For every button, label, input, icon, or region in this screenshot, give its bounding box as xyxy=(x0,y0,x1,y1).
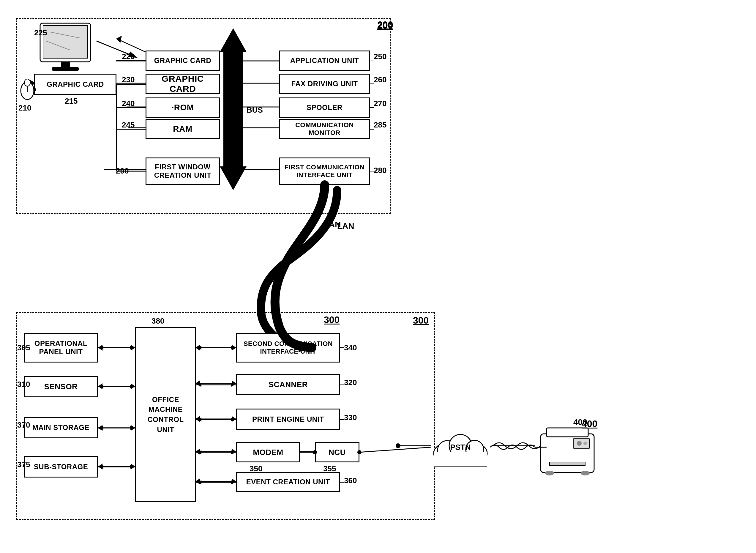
label-200-2: 200 xyxy=(377,20,393,31)
box-cpu: GRAPHIC CARD xyxy=(146,74,220,94)
label-245: 245 xyxy=(122,121,135,130)
box-fax-driving: FAX DRIVING UNIT xyxy=(279,74,370,94)
box-first-window: FIRST WINDOWCREATION UNIT xyxy=(146,157,220,185)
label-370: 370 xyxy=(17,420,30,430)
label-225: 225 xyxy=(34,28,47,37)
label-310: 310 xyxy=(17,380,30,389)
box-spooler: SPOOLER xyxy=(279,97,370,118)
label-340: 340 xyxy=(344,343,357,352)
box-main-storage: MAIN STORAGE xyxy=(24,417,98,438)
svg-rect-81 xyxy=(550,462,585,466)
mouse xyxy=(18,77,36,101)
label-220: 220 xyxy=(122,52,135,61)
svg-rect-68 xyxy=(61,62,70,68)
svg-point-83 xyxy=(577,441,582,446)
label-400-2: 400 xyxy=(582,418,597,429)
box-office-machine: OFFICEMACHINECONTROLUNIT xyxy=(135,327,196,502)
label-230: 230 xyxy=(122,75,135,84)
box-rom: ·ROM xyxy=(146,97,220,118)
label-300-2: 300 xyxy=(413,315,429,326)
label-285: 285 xyxy=(374,121,387,130)
label-305: 305 xyxy=(17,343,30,352)
label-270: 270 xyxy=(374,99,387,108)
label-215: 215 xyxy=(65,97,78,106)
box-ncu: NCU xyxy=(315,442,359,462)
label-280: 280 xyxy=(374,166,387,175)
label-290: 290 xyxy=(116,166,129,176)
label-300: 300 xyxy=(324,314,340,325)
svg-point-86 xyxy=(581,471,590,475)
mouse-svg xyxy=(18,77,36,101)
box-scanner: SCANNER xyxy=(236,374,340,395)
svg-point-72 xyxy=(24,79,30,86)
label-210: 210 xyxy=(18,103,31,112)
box-user-interface: GRAPHIC CARD xyxy=(34,74,116,95)
svg-rect-69 xyxy=(52,67,79,71)
box-comm-monitor: COMMUNICATION MONITOR xyxy=(279,119,370,139)
label-375: 375 xyxy=(17,460,30,469)
label-380: 380 xyxy=(152,316,164,326)
box-modem: MODEM xyxy=(236,442,300,462)
diagram: 200 210 225 GRAPHIC CARD 215 xyxy=(0,0,756,553)
box-second-comm: SECOND COMMUNICATIONINTERFACE UNIT xyxy=(236,333,340,363)
box-application: APPLICATION UNIT xyxy=(279,51,370,71)
svg-rect-77 xyxy=(434,452,487,467)
label-320: 320 xyxy=(344,378,357,387)
label-bus: BUS xyxy=(247,105,263,115)
label-330: 330 xyxy=(344,413,357,422)
box-event-creation: EVENT CREATION UNIT xyxy=(236,472,340,492)
pstn-label: PSTN xyxy=(431,443,490,452)
box-print-engine: PRINT ENGINE UNIT xyxy=(236,409,340,430)
svg-point-85 xyxy=(545,471,554,475)
box-graphic-card: GRAPHIC CARD xyxy=(146,51,220,71)
label-lan-2: LAN xyxy=(337,221,354,231)
box-first-comm: FIRST COMMUNICATIONINTERFACE UNIT xyxy=(279,157,370,185)
box-sub-storage: SUB-STORAGE xyxy=(24,456,98,478)
box-ram: RAM xyxy=(146,119,220,139)
box-sensor: SENSOR xyxy=(24,376,98,397)
box-operational-panel: OPERATIONALPANEL UNIT xyxy=(24,333,98,363)
cloud-pstn: PSTN xyxy=(431,428,490,467)
svg-rect-65 xyxy=(43,25,88,58)
label-360: 360 xyxy=(344,476,357,485)
label-260: 260 xyxy=(374,75,387,84)
label-240: 240 xyxy=(122,99,135,108)
svg-point-84 xyxy=(583,442,587,445)
label-250: 250 xyxy=(374,52,387,61)
